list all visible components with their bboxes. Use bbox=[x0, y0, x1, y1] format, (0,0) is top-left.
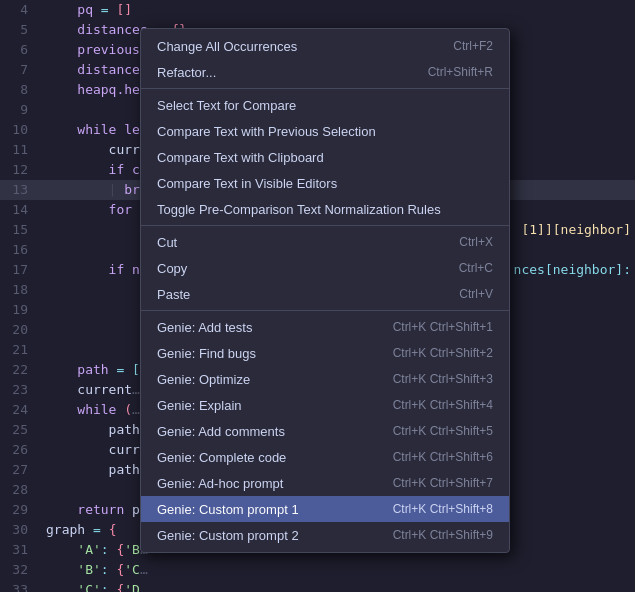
menu-item-genie-tests[interactable]: Genie: Add tests Ctrl+K Ctrl+Shift+1 bbox=[141, 314, 509, 340]
line-number: 15 bbox=[0, 220, 38, 240]
menu-item-toggle-norm[interactable]: Toggle Pre-Comparison Text Normalization… bbox=[141, 196, 509, 222]
line-number: 13 bbox=[0, 180, 38, 200]
menu-item-label: Genie: Explain bbox=[157, 398, 242, 413]
menu-item-shortcut: Ctrl+K Ctrl+Shift+6 bbox=[393, 450, 493, 464]
line-text: distance… bbox=[38, 60, 148, 80]
line-text: return p… bbox=[38, 500, 148, 520]
right-code-17: nces[neighbor]: bbox=[514, 260, 631, 280]
menu-separator-3 bbox=[141, 310, 509, 311]
line-number: 17 bbox=[0, 260, 38, 280]
menu-item-refactor[interactable]: Refactor... Ctrl+Shift+R bbox=[141, 59, 509, 85]
code-line-32: 32 'B': {'C… bbox=[0, 560, 635, 580]
menu-item-change-all[interactable]: Change All Occurrences Ctrl+F2 bbox=[141, 33, 509, 59]
line-number: 21 bbox=[0, 340, 38, 360]
line-number: 4 bbox=[0, 0, 38, 20]
line-text: 'C': {'D… bbox=[38, 580, 148, 592]
menu-item-genie-custom1[interactable]: Genie: Custom prompt 1 Ctrl+K Ctrl+Shift… bbox=[141, 496, 509, 522]
line-number: 25 bbox=[0, 420, 38, 440]
menu-item-shortcut: Ctrl+K Ctrl+Shift+2 bbox=[393, 346, 493, 360]
menu-item-label: Toggle Pre-Comparison Text Normalization… bbox=[157, 202, 441, 217]
menu-item-label: Genie: Ad-hoc prompt bbox=[157, 476, 283, 491]
menu-item-shortcut: Ctrl+Shift+R bbox=[428, 65, 493, 79]
line-text: 'B': {'C… bbox=[38, 560, 148, 580]
menu-item-genie-complete[interactable]: Genie: Complete code Ctrl+K Ctrl+Shift+6 bbox=[141, 444, 509, 470]
menu-separator-1 bbox=[141, 88, 509, 89]
menu-item-compare-visible[interactable]: Compare Text in Visible Editors bbox=[141, 170, 509, 196]
line-number: 7 bbox=[0, 60, 38, 80]
menu-item-compare-prev[interactable]: Compare Text with Previous Selection bbox=[141, 118, 509, 144]
menu-item-shortcut: Ctrl+K Ctrl+Shift+4 bbox=[393, 398, 493, 412]
menu-item-compare-clipboard[interactable]: Compare Text with Clipboard bbox=[141, 144, 509, 170]
right-code-15: [1]][neighbor] bbox=[521, 220, 631, 240]
line-number: 28 bbox=[0, 480, 38, 500]
line-number: 32 bbox=[0, 560, 38, 580]
line-text: while le… bbox=[38, 120, 148, 140]
menu-item-shortcut: Ctrl+K Ctrl+Shift+7 bbox=[393, 476, 493, 490]
line-text: graph = { bbox=[38, 520, 116, 540]
line-text: current… bbox=[38, 380, 140, 400]
line-text: pq = [] bbox=[38, 0, 132, 20]
line-number: 8 bbox=[0, 80, 38, 100]
menu-item-label: Compare Text with Clipboard bbox=[157, 150, 324, 165]
menu-item-label: Refactor... bbox=[157, 65, 216, 80]
menu-item-genie-explain[interactable]: Genie: Explain Ctrl+K Ctrl+Shift+4 bbox=[141, 392, 509, 418]
line-number: 33 bbox=[0, 580, 38, 592]
menu-item-shortcut: Ctrl+V bbox=[459, 287, 493, 301]
line-number: 6 bbox=[0, 40, 38, 60]
menu-item-genie-optimize[interactable]: Genie: Optimize Ctrl+K Ctrl+Shift+3 bbox=[141, 366, 509, 392]
menu-item-cut[interactable]: Cut Ctrl+X bbox=[141, 229, 509, 255]
menu-item-shortcut: Ctrl+K Ctrl+Shift+9 bbox=[393, 528, 493, 542]
line-text: path = [… bbox=[38, 360, 148, 380]
menu-item-label: Genie: Find bugs bbox=[157, 346, 256, 361]
line-number: 30 bbox=[0, 520, 38, 540]
menu-item-label: Genie: Custom prompt 2 bbox=[157, 528, 299, 543]
menu-item-label: Cut bbox=[157, 235, 177, 250]
context-menu: Change All Occurrences Ctrl+F2 Refactor.… bbox=[140, 28, 510, 553]
line-number: 23 bbox=[0, 380, 38, 400]
menu-item-label: Genie: Add comments bbox=[157, 424, 285, 439]
menu-item-shortcut: Ctrl+K Ctrl+Shift+1 bbox=[393, 320, 493, 334]
line-number: 27 bbox=[0, 460, 38, 480]
code-line-33: 33 'C': {'D… bbox=[0, 580, 635, 592]
menu-item-shortcut: Ctrl+K Ctrl+Shift+8 bbox=[393, 502, 493, 516]
menu-item-label: Copy bbox=[157, 261, 187, 276]
menu-item-label: Select Text for Compare bbox=[157, 98, 296, 113]
menu-item-shortcut: Ctrl+C bbox=[459, 261, 493, 275]
menu-item-shortcut: Ctrl+F2 bbox=[453, 39, 493, 53]
menu-item-shortcut: Ctrl+K Ctrl+Shift+5 bbox=[393, 424, 493, 438]
menu-item-genie-bugs[interactable]: Genie: Find bugs Ctrl+K Ctrl+Shift+2 bbox=[141, 340, 509, 366]
line-text: heapq.he… bbox=[38, 80, 148, 100]
menu-separator-2 bbox=[141, 225, 509, 226]
menu-item-shortcut: Ctrl+X bbox=[459, 235, 493, 249]
line-number: 12 bbox=[0, 160, 38, 180]
line-number: 18 bbox=[0, 280, 38, 300]
line-text: if n… bbox=[38, 260, 148, 280]
line-number: 16 bbox=[0, 240, 38, 260]
line-number: 29 bbox=[0, 500, 38, 520]
line-number: 9 bbox=[0, 100, 38, 120]
line-number: 24 bbox=[0, 400, 38, 420]
menu-item-label: Change All Occurrences bbox=[157, 39, 297, 54]
line-text: while (… bbox=[38, 400, 140, 420]
menu-item-genie-comments[interactable]: Genie: Add comments Ctrl+K Ctrl+Shift+5 bbox=[141, 418, 509, 444]
menu-item-label: Genie: Custom prompt 1 bbox=[157, 502, 299, 517]
line-number: 19 bbox=[0, 300, 38, 320]
line-text: 'A': {'B… bbox=[38, 540, 148, 560]
line-number: 31 bbox=[0, 540, 38, 560]
menu-item-genie-adhoc[interactable]: Genie: Ad-hoc prompt Ctrl+K Ctrl+Shift+7 bbox=[141, 470, 509, 496]
line-number: 26 bbox=[0, 440, 38, 460]
menu-item-label: Genie: Optimize bbox=[157, 372, 250, 387]
line-number: 11 bbox=[0, 140, 38, 160]
menu-item-copy[interactable]: Copy Ctrl+C bbox=[141, 255, 509, 281]
menu-item-shortcut: Ctrl+K Ctrl+Shift+3 bbox=[393, 372, 493, 386]
menu-item-label: Compare Text with Previous Selection bbox=[157, 124, 376, 139]
menu-item-paste[interactable]: Paste Ctrl+V bbox=[141, 281, 509, 307]
line-number: 22 bbox=[0, 360, 38, 380]
menu-item-label: Genie: Complete code bbox=[157, 450, 286, 465]
menu-item-genie-custom2[interactable]: Genie: Custom prompt 2 Ctrl+K Ctrl+Shift… bbox=[141, 522, 509, 548]
line-number: 14 bbox=[0, 200, 38, 220]
code-line-4: 4 pq = [] bbox=[0, 0, 635, 20]
line-number: 5 bbox=[0, 20, 38, 40]
menu-item-select-compare[interactable]: Select Text for Compare bbox=[141, 92, 509, 118]
line-number: 20 bbox=[0, 320, 38, 340]
